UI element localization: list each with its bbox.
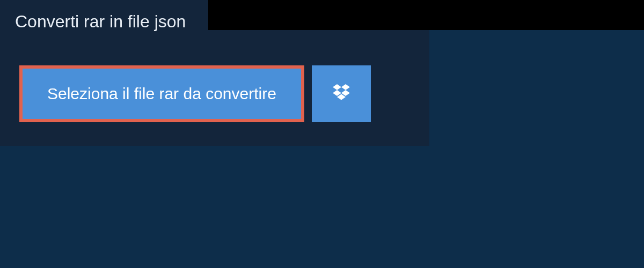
select-file-label: Seleziona il file rar da convertire [47, 85, 276, 102]
tab-title: Converti rar in file json [15, 12, 186, 31]
dropbox-icon [331, 83, 352, 106]
tab-convert[interactable]: Converti rar in file json [0, 0, 208, 42]
main-panel: Seleziona il file rar da convertire [0, 30, 429, 146]
dropbox-button[interactable] [312, 65, 371, 122]
button-row: Seleziona il file rar da convertire [19, 65, 410, 122]
select-file-highlight: Seleziona il file rar da convertire [19, 65, 304, 122]
tab-bar: Converti rar in file json [0, 0, 644, 30]
select-file-button[interactable]: Seleziona il file rar da convertire [23, 69, 301, 119]
